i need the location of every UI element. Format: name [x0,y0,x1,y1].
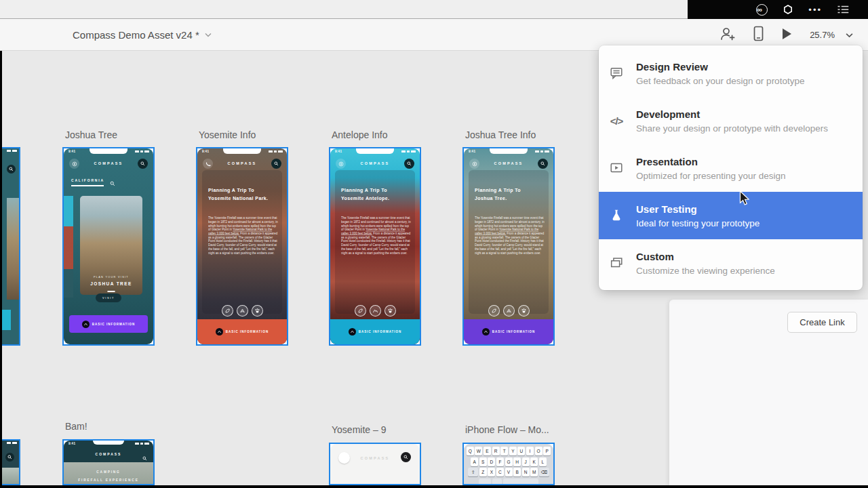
keyboard-key[interactable]: E [484,447,491,455]
mobile-preview-button[interactable] [753,26,764,44]
document-title-menu[interactable]: Compass Demo Asset v24 * [73,19,212,51]
keyboard-key[interactable]: Z [479,468,487,476]
artboard-label-yosemite-9[interactable]: Yosemite – 9 [332,424,386,435]
screen-heading: Planning A Trip To Joshua Tree. [475,186,521,203]
body-text: The Yosemite Firefall was a summer time … [341,216,412,279]
artboard-label-iphone-flow[interactable]: iPhone Flow – Mo... [465,424,549,435]
search-icon [138,159,148,169]
invite-user-button[interactable] [719,26,736,44]
status-icons [135,150,149,152]
search-icon [404,159,414,169]
keyboard-key[interactable]: D [488,458,495,466]
keyboard-key[interactable]: R [492,447,500,455]
artboard-yosemite-info[interactable]: 9:41 COMPASS Planning A Trip To Yosemite… [196,147,288,346]
keyboard-key[interactable]: K [530,458,538,466]
keyboard-key[interactable]: V [505,468,513,476]
basic-information-bar: BASIC INFORMATION [69,315,148,333]
share-dropdown-menu: Design Review Get feedback on your desig… [599,45,863,290]
search-icon [5,453,14,462]
card-divider [108,291,115,292]
share-panel: Create Link [669,300,868,485]
keyboard-key[interactable]: Y [509,447,517,455]
keyboard-key[interactable]: F [496,458,504,466]
zoom-control[interactable]: 25.7% [810,30,853,40]
status-icons [401,150,416,152]
keyboard-key[interactable]: G [505,458,513,466]
search-icon [7,165,16,174]
app-hexagon-icon[interactable] [783,4,793,15]
phone-screen: 9:41 COMPASS CAMPING FIREFALL EXPERIENCE [64,441,153,484]
menu-item-development[interactable]: </> Development Share your design or pro… [599,97,863,144]
mountain-icon [482,328,490,336]
basic-information-label: BASIC INFORMATION [92,323,136,326]
paw-icon [518,305,530,317]
menu-item-design-review[interactable]: Design Review Get feedback on your desig… [599,49,863,97]
more-dots-icon[interactable]: ••• [808,5,822,15]
mountain-icon [82,321,90,328]
screen-edge-bottom [0,485,868,488]
photo-thumbnail [2,468,19,484]
keyboard-key[interactable]: M [530,468,538,476]
artboard-label-bam[interactable]: Bam! [65,421,87,432]
artboard-partial-left[interactable] [2,147,20,346]
artboard-antelope-info[interactable]: 9:41 COMPASS Planning A Trip To Yosemite… [329,147,421,346]
basic-information-label: BASIC INFORMATION [226,330,269,333]
keyboard-key[interactable]: O [535,447,542,455]
list-icon[interactable] [837,4,849,15]
menu-item-title: Presentation [636,156,786,167]
keyboard-key[interactable]: U [517,447,525,455]
keyboard-key[interactable]: ⌫ [539,468,549,476]
phone-screen: 9:41 COMPASS Planning A Trip To Yosemite… [197,148,287,344]
keyboard-key[interactable]: T [500,447,508,455]
keyboard-key[interactable]: B [513,468,521,476]
artboard-label-antelope-info[interactable]: Antelope Info [332,129,388,140]
keyboard-key[interactable]: J [522,458,530,466]
keyboard-key[interactable]: W [475,447,482,455]
leaf-icon [488,305,500,317]
status-icons [269,150,283,152]
artboard-joshua-tree-info[interactable]: 9:41 COMPASS Planning A Trip To Joshua T… [462,147,555,346]
artboard-label-yosemite-info[interactable]: Yosemite Info [199,129,256,140]
menu-item-presentation[interactable]: Presentation Optimized for presenting yo… [599,144,863,192]
category-icons [197,305,287,317]
create-link-button[interactable]: Create Link [787,312,857,333]
tent-icon [237,305,248,317]
artboard-label-joshua-tree[interactable]: Joshua Tree [65,129,117,140]
status-icons [535,150,549,152]
keyboard-key[interactable]: I [526,447,534,455]
menu-item-custom[interactable]: Custom Customize the viewing experience [599,239,863,287]
keyboard-key[interactable]: Q [467,447,474,455]
creative-cloud-icon[interactable]: ∞ [756,4,768,16]
artboard-iphone-flow[interactable]: QWERTYUIOPASDFGHJKL⇧ZXCVBNM⌫ [462,443,555,485]
keyboard-key[interactable]: P [543,447,551,455]
artboard-bam[interactable]: 9:41 COMPASS CAMPING FIREFALL EXPERIENCE [62,439,155,485]
chevron-down-icon [846,33,853,38]
play-preview-button[interactable] [781,28,792,43]
menu-item-user-testing[interactable]: User Testing Ideal for testing your prot… [599,192,863,239]
artboard-yosemite-9[interactable]: COMPASS [329,443,421,485]
keyboard-key[interactable]: S [479,458,487,466]
visit-button: VISIT [96,293,121,302]
comment-icon [608,66,625,81]
status-time: 9:41 [335,150,342,153]
keyboard-key[interactable]: N [522,468,530,476]
keyboard-key[interactable]: C [496,468,504,476]
leaf-icon [222,305,233,317]
status-icons [135,443,149,445]
keyboard-key[interactable]: ⇧ [468,468,478,476]
artboard-label-joshua-tree-info[interactable]: Joshua Tree Info [465,129,536,140]
artboard-joshua-tree[interactable]: 9:41 COMPASS CALIFORNIA PLAN YOUR VISIT … [62,147,155,346]
menu-item-subtitle: Optimized for presenting your design [636,171,786,181]
mountain-icon [349,328,356,336]
keyboard-key[interactable]: H [513,458,521,466]
keyboard-key[interactable]: X [488,468,495,476]
menu-item-subtitle: Share your design or prototype with deve… [636,123,828,134]
keyboard-key[interactable]: L [539,458,547,466]
presentation-icon [608,161,625,176]
keyboard-key[interactable]: A [471,458,478,466]
screen-edge-left [0,51,2,488]
tent-icon [503,305,515,317]
artboard-partial-bottom-left[interactable] [2,439,20,485]
search-icon [538,159,548,169]
basic-information-bar: BASIC INFORMATION [197,319,287,344]
